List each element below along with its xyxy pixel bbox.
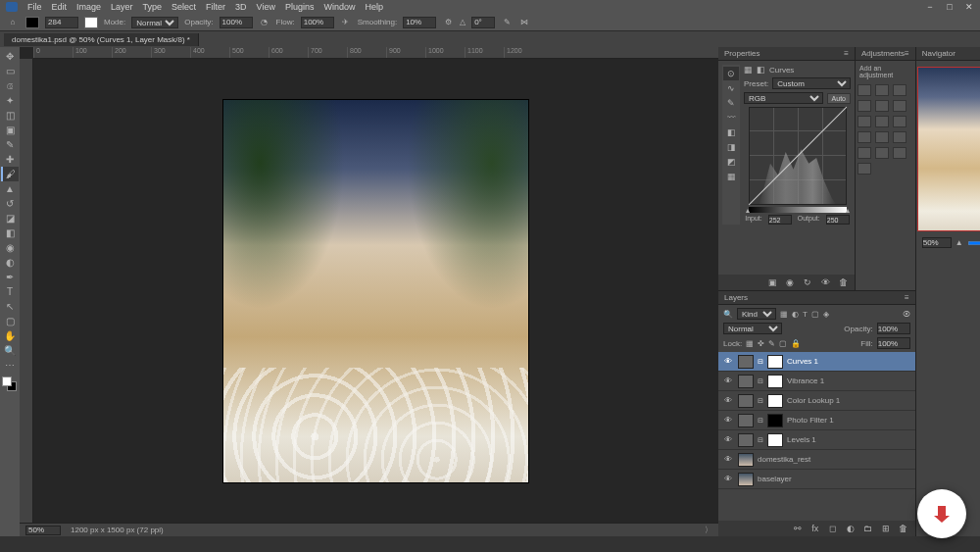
- layers-tab[interactable]: Layers: [724, 293, 748, 302]
- lock-icon[interactable]: 🔒: [791, 339, 801, 348]
- layer-row[interactable]: 👁baselayer: [718, 470, 915, 489]
- nav-zoom-slider[interactable]: [967, 241, 980, 245]
- hand-tool-icon[interactable]: ✋: [1, 328, 19, 343]
- adj-hue-icon[interactable]: [893, 100, 906, 112]
- adj-levels-icon[interactable]: [875, 84, 889, 96]
- opacity-input[interactable]: [220, 17, 253, 28]
- adj-curves-icon[interactable]: [893, 84, 906, 96]
- navigator-preview[interactable]: [917, 67, 980, 231]
- adj-brightness-icon[interactable]: [858, 84, 871, 96]
- filter-pixel-icon[interactable]: ▦: [780, 310, 788, 319]
- adj-vibrance-icon[interactable]: [875, 100, 889, 112]
- crop-tool-icon[interactable]: ◫: [1, 108, 19, 123]
- layer-row[interactable]: 👁⊟Photo Filter 1: [718, 411, 915, 430]
- wand-tool-icon[interactable]: ✦: [1, 93, 19, 108]
- filter-text-icon[interactable]: T: [803, 310, 808, 319]
- filter-shape-icon[interactable]: ▢: [811, 310, 819, 319]
- visibility-icon[interactable]: 👁: [722, 455, 734, 464]
- marquee-tool-icon[interactable]: ▭: [1, 64, 19, 78]
- settings-gear-icon[interactable]: ⚙: [442, 17, 454, 28]
- color-swatch[interactable]: [2, 376, 18, 390]
- visibility-icon[interactable]: 👁: [722, 475, 734, 483]
- panel-menu-icon[interactable]: ≡: [905, 293, 909, 302]
- menu-3d[interactable]: 3D: [235, 2, 247, 12]
- menu-help[interactable]: Help: [366, 2, 384, 12]
- minimize-button[interactable]: −: [925, 2, 935, 12]
- preset-select[interactable]: Custom: [772, 77, 851, 89]
- visibility-icon[interactable]: 👁: [722, 357, 734, 366]
- document-tab[interactable]: domestika1.psd @ 50% (Curves 1, Layer Ma…: [4, 33, 199, 46]
- domestika-badge-icon[interactable]: [917, 489, 966, 538]
- smoothing-input[interactable]: [403, 17, 436, 28]
- layer-row[interactable]: 👁⊟Vibrance 1: [718, 372, 915, 391]
- delete-layer-icon[interactable]: 🗑: [898, 523, 909, 534]
- airbrush-icon[interactable]: ✈: [340, 17, 352, 28]
- layer-fx-icon[interactable]: fx: [809, 523, 821, 534]
- eyedropper-tool-icon[interactable]: ✎: [1, 137, 19, 152]
- gradient-tool-icon[interactable]: ◧: [1, 226, 19, 240]
- adj-balance-icon[interactable]: [858, 116, 871, 127]
- lock-pixel-icon[interactable]: ✎: [768, 339, 775, 348]
- stamp-tool-icon[interactable]: ▲: [1, 181, 19, 196]
- adj-invert-icon[interactable]: [893, 131, 906, 143]
- layer-row[interactable]: 👁⊟Levels 1: [718, 430, 915, 450]
- link-layers-icon[interactable]: ⚯: [792, 523, 804, 534]
- layer-opacity-input[interactable]: [877, 323, 910, 334]
- menu-layer[interactable]: Layer: [111, 2, 133, 12]
- layer-row[interactable]: 👁⊟Color Lookup 1: [718, 391, 915, 411]
- brush-preset-icon[interactable]: [84, 17, 98, 28]
- layer-filter-select[interactable]: Kind: [737, 308, 776, 320]
- brush-preview-icon[interactable]: [25, 17, 39, 28]
- type-tool-icon[interactable]: T: [1, 284, 19, 299]
- menu-view[interactable]: View: [257, 2, 275, 12]
- navigator-tab[interactable]: Navigator: [922, 49, 956, 58]
- layer-row[interactable]: 👁domestika_rest: [718, 450, 915, 470]
- menu-select[interactable]: Select: [172, 2, 196, 12]
- frame-tool-icon[interactable]: ▣: [1, 123, 19, 137]
- adj-lookup-icon[interactable]: [875, 131, 889, 143]
- history-brush-tool-icon[interactable]: ↺: [1, 196, 19, 211]
- filter-toggle-icon[interactable]: ⦿: [903, 310, 910, 319]
- adj-mixer-icon[interactable]: [858, 131, 871, 143]
- lasso-tool-icon[interactable]: ⟃: [1, 78, 19, 93]
- edit-toolbar-icon[interactable]: ⋯: [1, 358, 19, 373]
- pen-tool-icon[interactable]: ✒: [1, 270, 19, 284]
- reset-icon[interactable]: ↻: [802, 276, 813, 288]
- pressure-opacity-icon[interactable]: ◔: [259, 17, 270, 28]
- menu-edit[interactable]: Edit: [52, 2, 68, 12]
- flow-input[interactable]: [301, 17, 334, 28]
- move-tool-icon[interactable]: ✥: [1, 49, 19, 64]
- visibility-icon[interactable]: 👁: [722, 416, 734, 425]
- menu-type[interactable]: Type: [143, 2, 163, 12]
- menu-image[interactable]: Image: [76, 2, 101, 12]
- panel-menu-icon[interactable]: ≡: [905, 49, 909, 58]
- view-prev-icon[interactable]: ◉: [784, 276, 796, 288]
- auto-button[interactable]: Auto: [827, 93, 851, 104]
- new-layer-icon[interactable]: ⊞: [880, 523, 892, 534]
- curves-target-icon[interactable]: ⊙: [723, 67, 739, 80]
- adj-exposure-icon[interactable]: [858, 100, 871, 112]
- eraser-tool-icon[interactable]: ◪: [1, 211, 19, 226]
- brush-size-input[interactable]: [45, 17, 78, 28]
- pressure-size-icon[interactable]: ✎: [501, 17, 513, 28]
- adj-bw-icon[interactable]: [875, 116, 889, 127]
- clip-icon[interactable]: ▣: [766, 276, 778, 288]
- fill-input[interactable]: [877, 337, 910, 349]
- input-value[interactable]: [768, 215, 792, 225]
- lock-pos-icon[interactable]: ✜: [758, 339, 764, 348]
- curves-gray-icon[interactable]: ◨: [723, 140, 739, 154]
- healing-tool-icon[interactable]: ✚: [1, 152, 19, 167]
- home-icon[interactable]: ⌂: [6, 16, 20, 29]
- blend-mode-select[interactable]: Normal: [723, 323, 782, 334]
- menu-filter[interactable]: Filter: [206, 2, 225, 12]
- close-button[interactable]: ✕: [964, 2, 974, 12]
- dodge-tool-icon[interactable]: ◐: [1, 255, 19, 270]
- path-tool-icon[interactable]: ↖: [1, 299, 19, 314]
- visibility-icon[interactable]: 👁: [722, 396, 734, 405]
- mode-select[interactable]: Normal: [131, 17, 178, 28]
- layer-row[interactable]: 👁⊟Curves 1: [718, 352, 915, 372]
- adj-threshold-icon[interactable]: [875, 147, 889, 159]
- zoom-out-icon[interactable]: ▲: [956, 238, 963, 247]
- menu-plugins[interactable]: Plugins: [285, 2, 315, 12]
- curves-black-icon[interactable]: ◧: [723, 125, 739, 139]
